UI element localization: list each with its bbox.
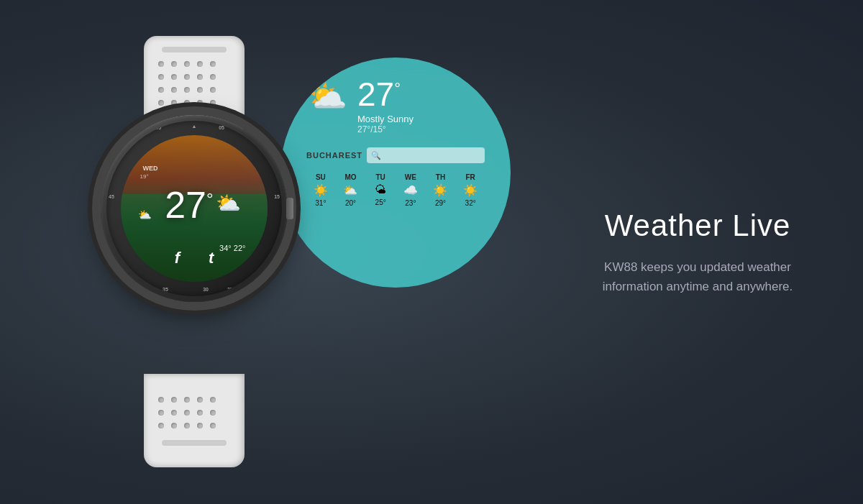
watch-screen: WED 19° ⛅ 27° ⛅ 34° 22° f [121,135,268,282]
day-temp-su: 31° [315,199,326,207]
day-col-mo: MO ⛅ 20° [337,173,365,207]
day-icon-tu: 🌤 [375,183,386,196]
watch-low-temp: 19° [140,173,149,180]
watch-weather-icon-small: ⛅ [138,209,152,221]
day-icon-su: ☀️ [314,183,328,197]
day-col-th: TH ☀️ 29° [426,173,455,207]
watch-day-label: WED [143,165,158,172]
right-promo-content: Weather Live KW88 keeps you updated weat… [575,208,820,295]
weather-days-forecast: SU ☀️ 31° MO ⛅ 20° TU 🌤 25° WE ☁️ 23° TH… [301,170,490,210]
weather-app-circle: ⛅ 27° Mostly Sunny 27°/15° BUCHAREST SU … [280,58,511,288]
day-icon-mo: ⛅ [343,183,357,197]
watch-band-bottom [144,374,245,467]
facebook-icon: f [175,249,180,267]
day-name-we: WE [405,173,416,181]
day-col-tu: TU 🌤 25° [366,173,395,207]
weather-city-label: BUCHAREST [306,151,362,160]
watch-forecast-high-low: 34° 22° [219,244,245,252]
weather-condition: Mostly Sunny [357,114,414,124]
weather-header: ⛅ 27° Mostly Sunny 27°/15° [301,78,490,134]
weather-search-bar: BUCHAREST [306,147,485,163]
day-icon-fr: ☀️ [463,183,478,197]
day-temp-tu: 25° [375,198,386,206]
twitter-icon: t [209,249,214,267]
watch-display: ▲ 05 55 10 50 15 45 20 40 25 30 35 WED 1… [58,36,331,467]
watch-crown [286,198,293,219]
day-icon-we: ☁️ [403,183,418,197]
band-dots-bottom [158,397,230,431]
watch-temperature: 27° [165,186,213,224]
weather-range: 27°/15° [357,124,414,134]
watch-forecast: 34° 22° [219,244,245,252]
day-name-th: TH [436,173,445,181]
day-temp-th: 29° [435,199,446,207]
day-col-fr: FR ☀️ 32° [456,173,485,207]
weather-temp-main: 27° [357,78,414,111]
day-col-we: WE ☁️ 23° [396,173,425,207]
day-temp-fr: 32° [465,199,476,207]
day-icon-th: ☀️ [433,183,447,197]
day-col-su: SU ☀️ 31° [306,173,335,207]
app-title: Weather Live [575,208,820,242]
watch-bezel: ▲ 05 55 10 50 15 45 20 40 25 30 35 WED 1… [106,121,282,296]
day-name-su: SU [316,173,326,181]
band-dots-top [158,61,230,109]
watch-social-icons: f t [175,249,214,267]
watch-cloud-icon: ⛅ [216,191,241,215]
day-name-tu: TU [375,173,385,181]
day-name-mo: MO [344,173,356,181]
watch-case: ▲ 05 55 10 50 15 45 20 40 25 30 35 WED 1… [101,115,288,302]
weather-search-input[interactable] [367,147,485,163]
app-description: KW88 keeps you updated weather informati… [575,257,820,295]
day-temp-we: 23° [405,199,416,207]
day-name-fr: FR [465,173,475,181]
day-temp-mo: 20° [345,199,356,207]
